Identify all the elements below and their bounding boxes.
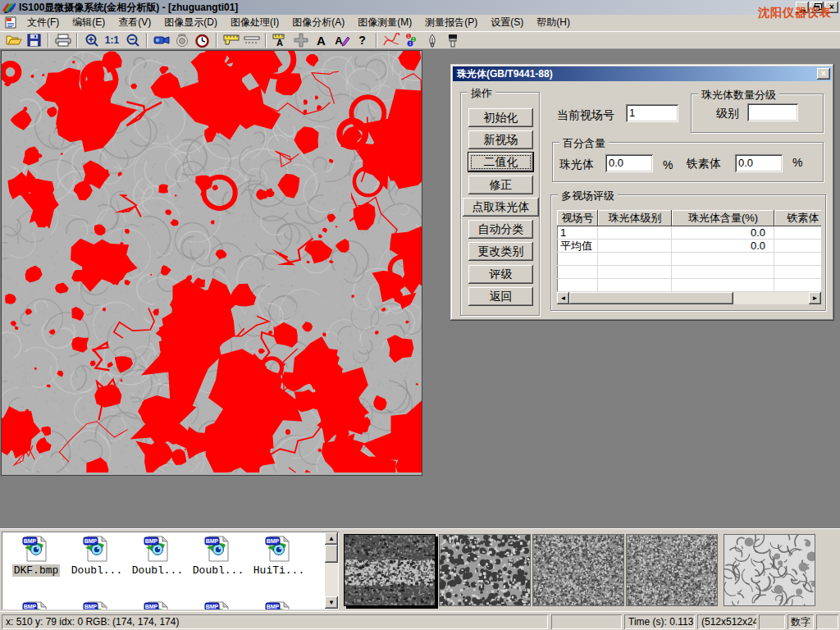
bmp-file-icon xyxy=(22,600,50,609)
file-item[interactable]: Doubl... xyxy=(128,535,187,577)
vendor-watermark: 沈阳仪器仪表 xyxy=(758,6,832,21)
annotate-tool-button[interactable]: A xyxy=(331,32,352,48)
ruler-button[interactable] xyxy=(241,32,262,48)
menu-item-image-measure[interactable]: 图像测量(M) xyxy=(351,14,418,31)
file-item[interactable]: HuiTi... xyxy=(249,535,308,577)
scroll-thumb[interactable] xyxy=(569,292,733,304)
file-item[interactable]: Doubl... xyxy=(67,535,126,577)
menu-item-image-analysis[interactable]: 图像分析(A) xyxy=(285,14,351,31)
file-list-scrollbar[interactable]: ▲ ▼ xyxy=(325,532,338,609)
col-ferrite[interactable]: 铁素体 xyxy=(774,210,821,226)
menu-item-edit[interactable]: 编辑(E) xyxy=(66,14,112,31)
micrograph-canvas[interactable] xyxy=(2,51,422,472)
correct-button[interactable]: 修正 xyxy=(468,176,533,194)
table-row[interactable]: 平均值 0.0 xyxy=(557,240,821,253)
pearlite-percent-input[interactable]: 0.0 xyxy=(605,154,653,172)
scroll-left-arrow[interactable]: ◄ xyxy=(557,292,569,304)
help-button[interactable]: ? xyxy=(352,32,372,48)
file-item[interactable] xyxy=(7,600,66,609)
open-file-button[interactable] xyxy=(3,32,24,48)
bmp-file-icon xyxy=(83,535,111,563)
bmp-file-icon xyxy=(265,600,293,609)
svg-text:2: 2 xyxy=(412,37,414,42)
menu-item-view[interactable]: 查看(V) xyxy=(112,14,158,31)
document-icon[interactable] xyxy=(4,16,17,29)
change-class-button[interactable]: 更改类别 xyxy=(468,242,533,261)
file-item[interactable] xyxy=(249,600,308,609)
dialog-close-button[interactable]: × xyxy=(817,68,830,80)
thumbnail-5[interactable] xyxy=(724,534,815,606)
classify-dots-button[interactable]: 123 xyxy=(401,32,422,48)
grading-legend: 珠光体数量分级 xyxy=(698,88,779,103)
dialog-title-bar[interactable]: 珠光体(GB/T9441-88) × xyxy=(453,66,832,81)
scroll-thumb[interactable] xyxy=(325,545,338,563)
time-status: Time (s): 0.113 xyxy=(624,614,695,629)
timer-button[interactable] xyxy=(192,32,212,48)
measure-label-button[interactable]: A xyxy=(270,32,290,48)
scroll-down-arrow[interactable]: ▼ xyxy=(325,596,338,609)
file-item[interactable] xyxy=(67,600,126,609)
bottom-panel: DKF.bmp Doubl... Doubl... Doubl... HuiTi… xyxy=(0,528,840,611)
col-field-number[interactable]: 视场号 xyxy=(557,210,598,226)
bmp-file-icon xyxy=(204,600,232,609)
zoom-actual-button[interactable]: 1:1 xyxy=(102,32,122,48)
status-panel-empty xyxy=(551,614,622,629)
auto-classify-button[interactable]: 自动分类 xyxy=(468,220,533,239)
menu-item-help[interactable]: 帮助(H) xyxy=(530,14,577,31)
curve-tool-button[interactable] xyxy=(381,32,401,48)
zoom-out-button[interactable] xyxy=(122,32,143,48)
return-button[interactable]: 返回 xyxy=(468,287,533,306)
resolution-status: (512x512x24) xyxy=(697,614,756,629)
move-tool-button[interactable] xyxy=(290,32,311,48)
pick-pearlite-button[interactable]: 点取珠光体 xyxy=(463,198,539,217)
file-item[interactable] xyxy=(189,600,248,609)
title-bar[interactable]: IS100显微摄像系统(金相分析版) - [zhuguangti01] × xyxy=(0,0,840,15)
initialize-button[interactable]: 初始化 xyxy=(468,108,533,127)
pen-tool-button[interactable] xyxy=(422,32,442,48)
operations-group: 操作 初始化 新视场 二值化 修正 点取珠光体 自动分类 更改类别 评级 返回 xyxy=(460,92,540,316)
menu-item-file[interactable]: 文件(F) xyxy=(21,14,66,31)
save-button[interactable] xyxy=(24,32,44,48)
text-tool-button[interactable]: A xyxy=(311,32,331,48)
menu-item-settings[interactable]: 设置(S) xyxy=(484,14,530,31)
menu-item-image-process[interactable]: 图像处理(I) xyxy=(224,14,285,31)
thumbnail-3[interactable] xyxy=(532,534,624,606)
new-field-button[interactable]: 新视场 xyxy=(468,130,533,149)
svg-text:1: 1 xyxy=(407,34,409,39)
col-pearlite-content[interactable]: 珠光体含量(%) xyxy=(672,210,774,226)
file-item[interactable] xyxy=(128,600,187,609)
file-item[interactable]: DKF.bmp xyxy=(7,535,66,577)
file-name: HuiTi... xyxy=(252,564,306,577)
level-input[interactable] xyxy=(747,103,798,121)
table-hscrollbar[interactable]: ◄ ► xyxy=(557,292,821,304)
menu-item-report[interactable]: 测量报告(P) xyxy=(418,14,484,31)
file-item[interactable]: Doubl... xyxy=(189,535,248,577)
caliper-button[interactable] xyxy=(221,32,241,48)
ferrite-unit: % xyxy=(792,156,802,169)
application-window: IS100显微摄像系统(金相分析版) - [zhuguangti01] × 沈阳… xyxy=(0,0,840,630)
thumbnail-1[interactable] xyxy=(344,534,436,606)
status-bar: x: 510 y: 79 idx: 0 RGB: (174, 174, 174)… xyxy=(0,611,840,630)
micrograph-window[interactable] xyxy=(1,50,422,476)
file-name: Doubl... xyxy=(70,564,124,577)
scroll-up-arrow[interactable]: ▲ xyxy=(325,532,338,545)
thumbnail-4[interactable] xyxy=(626,534,718,606)
print-button[interactable] xyxy=(52,32,73,48)
video-capture-button[interactable] xyxy=(151,32,171,48)
thumbnail-2[interactable] xyxy=(439,534,531,606)
table-row[interactable]: 1 0.0 xyxy=(557,226,821,240)
col-pearlite-level[interactable]: 珠光体级别 xyxy=(598,210,672,226)
pearlite-dialog: 珠光体(GB/T9441-88) × 操作 初始化 新视场 二值化 修正 点取珠… xyxy=(450,64,834,321)
bmp-file-icon xyxy=(22,535,50,563)
bmp-file-icon xyxy=(144,600,171,609)
scroll-right-arrow[interactable]: ► xyxy=(809,292,821,304)
snapshot-button[interactable] xyxy=(171,32,192,48)
menu-item-image-display[interactable]: 图像显示(D) xyxy=(158,14,224,31)
binarize-button[interactable]: 二值化 xyxy=(468,153,533,171)
ferrite-percent-input[interactable]: 0.0 xyxy=(735,154,783,172)
current-field-input[interactable]: 1 xyxy=(626,104,678,122)
zoom-in-button[interactable] xyxy=(81,32,102,48)
svg-text:A: A xyxy=(276,38,283,47)
brush-tool-button[interactable] xyxy=(442,32,463,48)
grade-button[interactable]: 评级 xyxy=(468,265,533,284)
